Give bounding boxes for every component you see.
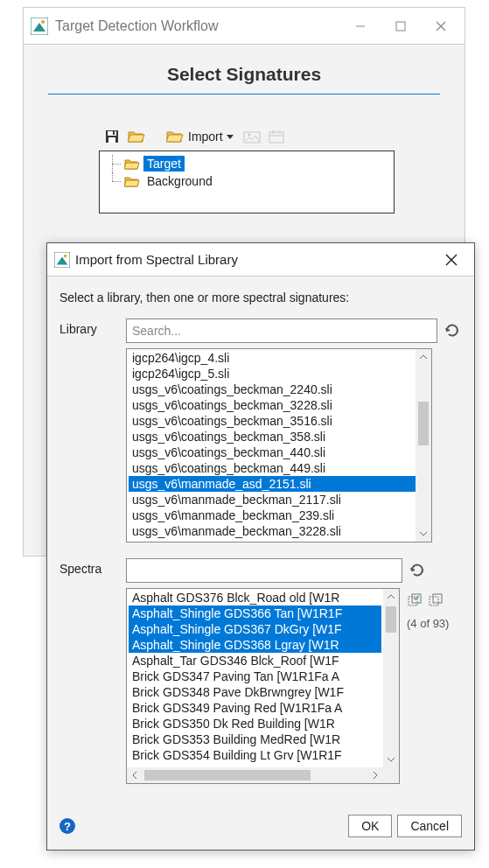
library-item[interactable]: usgs_v6\coatings_beckman_3228.sli	[129, 397, 430, 413]
svg-rect-23	[433, 594, 442, 603]
select-all-icon[interactable]	[407, 593, 423, 612]
scroll-down-icon[interactable]	[383, 752, 399, 767]
scroll-left-icon[interactable]	[127, 767, 143, 783]
library-item[interactable]: usgs_v6\manmade_beckman_3228.sli	[129, 523, 430, 539]
spectra-item[interactable]: Brick GDS350 Dk Red Building [W1R	[129, 716, 381, 732]
dialog-footer: ? OK Cancel	[47, 806, 474, 850]
close-button[interactable]	[421, 9, 461, 44]
library-refresh-button[interactable]	[443, 321, 462, 340]
scroll-up-icon[interactable]	[416, 349, 431, 365]
library-row: Library	[59, 318, 462, 343]
dialog-instruction: Select a library, then one or more spect…	[59, 290, 462, 304]
library-item[interactable]: usgs_v6\manmade_asd_2151.sli	[129, 476, 430, 492]
parent-title: Target Detection Workflow	[55, 19, 340, 33]
svg-rect-12	[269, 132, 283, 143]
dialog-titlebar: Import from Spectral Library	[47, 243, 474, 276]
scroll-down-icon[interactable]	[416, 526, 431, 542]
library-item[interactable]: usgs_v6\manmade_beckman_239.sli	[129, 508, 430, 523]
svg-rect-8	[108, 137, 115, 143]
spectra-listbox[interactable]: Asphalt GDS376 Blck_Road old [W1RAsphalt…	[126, 588, 400, 784]
spectra-item[interactable]: Brick GDS354 Building Lt Grv [W1R1F	[129, 747, 381, 763]
library-item[interactable]: igcp264\igcp_4.sli	[129, 350, 430, 366]
library-listbox[interactable]: igcp264\igcp_4.sliigcp264\igcp_5.sliusgs…	[126, 348, 432, 542]
scroll-right-icon[interactable]	[367, 767, 383, 783]
library-item[interactable]: usgs_v6\coatings_beckman_449.sli	[129, 460, 430, 476]
spectra-item[interactable]: Asphalt_Shingle GDS366 Tan [W1R1F	[129, 606, 381, 621]
tree-label-target: Target	[143, 156, 185, 172]
tree-item-target[interactable]: Target	[105, 155, 388, 172]
svg-point-11	[248, 134, 250, 136]
library-item[interactable]: usgs_v6\coatings_beckman_440.sli	[129, 444, 430, 460]
spectra-item[interactable]: Brick GDS347 Paving Tan [W1R1Fa A	[129, 668, 381, 684]
library-scrollbar[interactable]	[416, 349, 431, 542]
ok-button[interactable]: OK	[348, 815, 392, 837]
spectra-item[interactable]: Asphalt_Tar GDS346 Blck_Roof [W1F	[129, 653, 381, 668]
save-icon[interactable]	[102, 128, 122, 145]
heading-underline	[48, 94, 440, 94]
spectra-search-input[interactable]	[126, 558, 402, 583]
spectra-hscrollbar[interactable]	[127, 767, 383, 783]
svg-point-17	[64, 254, 67, 257]
import-button[interactable]: Import	[162, 128, 237, 145]
open-icon[interactable]	[127, 128, 146, 145]
spectra-item[interactable]: Asphalt GDS376 Blck_Road old [W1R	[129, 590, 381, 606]
signature-tree[interactable]: Target Background	[99, 150, 395, 214]
app-icon	[31, 18, 48, 35]
spectra-item[interactable]: Brick GDS349 Paving Red [W1R1Fa A	[129, 700, 381, 716]
svg-rect-10	[244, 132, 260, 143]
page-heading: Select Signatures	[24, 64, 465, 85]
svg-rect-7	[108, 131, 116, 136]
library-item[interactable]: usgs_v6\manmade_beckman_2117.sli	[129, 492, 430, 508]
dropdown-caret-icon	[227, 135, 234, 139]
folder-open-icon	[124, 175, 140, 188]
dialog-title: Import from Spectral Library	[75, 252, 434, 267]
photo-icon-disabled	[242, 128, 262, 145]
import-dialog: Import from Spectral Library Select a li…	[46, 242, 475, 850]
parent-titlebar: Target Detection Workflow	[24, 8, 465, 45]
window-controls	[340, 9, 461, 44]
app-icon	[54, 252, 70, 268]
selection-counter: (4 of 93)	[407, 617, 449, 630]
cancel-button[interactable]: Cancel	[397, 815, 462, 837]
spectra-item[interactable]: Brick GDS348 Pave DkBrwngrey [W1F	[129, 684, 381, 700]
spectra-row: Spectra	[59, 558, 462, 583]
deselect-all-icon[interactable]	[428, 593, 444, 612]
import-folder-icon	[165, 128, 185, 145]
spectra-side-tools: (4 of 93)	[400, 588, 462, 784]
maximize-button[interactable]	[381, 9, 421, 44]
minimize-button[interactable]	[340, 9, 381, 44]
svg-point-1	[41, 20, 45, 24]
spectra-item[interactable]: Asphalt_Shingle GDS368 Lgray [W1R	[129, 637, 381, 653]
library-search-input[interactable]	[126, 318, 437, 343]
tree-label-background: Background	[143, 173, 216, 189]
library-item[interactable]: usgs_v6\coatings_beckman_358.sli	[129, 429, 430, 444]
scroll-up-icon[interactable]	[383, 589, 399, 605]
spectra-item[interactable]: Asphalt_Shingle GDS367 DkGry [W1F	[129, 621, 381, 637]
import-label: Import	[188, 130, 223, 144]
spectra-label: Spectra	[59, 558, 126, 576]
library-item[interactable]: usgs_v6\coatings_beckman_3516.sli	[129, 413, 430, 429]
spectra-vscrollbar[interactable]	[383, 589, 399, 767]
folder-open-icon	[124, 158, 140, 171]
calendar-icon-disabled	[267, 128, 286, 145]
signatures-toolbar: Import	[102, 128, 465, 145]
svg-rect-3	[396, 22, 405, 31]
spectra-item[interactable]: Brick GDS353 Building MedRed [W1R	[129, 732, 381, 747]
help-icon[interactable]: ?	[59, 818, 75, 834]
spectra-refresh-button[interactable]	[408, 561, 427, 580]
library-item[interactable]: igcp264\igcp_5.sli	[129, 366, 430, 382]
tree-item-background[interactable]: Background	[105, 172, 388, 190]
library-label: Library	[59, 318, 126, 336]
svg-rect-22	[430, 597, 438, 606]
dialog-body: Select a library, then one or more spect…	[47, 276, 474, 793]
library-item[interactable]: usgs_v6\coatings_beckman_2240.sli	[129, 382, 430, 397]
dialog-close-button[interactable]	[434, 245, 469, 275]
svg-rect-9	[113, 131, 115, 135]
